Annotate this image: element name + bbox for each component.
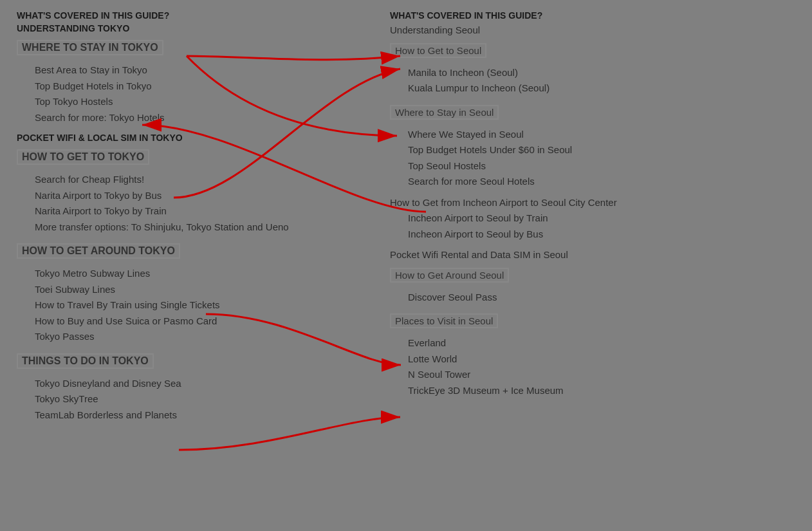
list-item[interactable]: Everland <box>408 336 795 351</box>
right-how-to-get-boxed[interactable]: How to Get to Seoul <box>390 43 486 58</box>
list-item[interactable]: Search for Cheap Flights! <box>35 172 377 187</box>
list-item[interactable]: Narita Airport to Tokyo by Train <box>35 204 377 219</box>
list-item[interactable]: Tokyo SkyTree <box>35 392 377 407</box>
left-understanding-tokyo: UNDERSTANDING TOKYO <box>17 23 377 33</box>
list-item[interactable]: Top Budget Hotels Under $60 in Seoul <box>408 143 795 158</box>
right-places-to-visit-boxed[interactable]: Places to Visit in Seoul <box>390 313 498 328</box>
list-item[interactable]: Top Tokyo Hostels <box>35 95 377 109</box>
list-item[interactable]: Search for more Seoul Hotels <box>408 174 795 189</box>
right-understanding-seoul: Understanding Seoul <box>390 23 795 38</box>
list-item[interactable]: How to Travel By Train using Single Tick… <box>35 298 377 313</box>
list-item[interactable]: Top Budget Hotels in Tokyo <box>35 79 377 94</box>
list-item[interactable]: Kuala Lumpur to Incheon (Seoul) <box>408 81 795 96</box>
list-item[interactable]: Best Area to Stay in Tokyo <box>35 63 377 78</box>
right-pocket-wifi: Pocket Wifi Rental and Data SIM in Seoul <box>390 248 795 263</box>
list-item[interactable]: Lotte World <box>408 352 795 367</box>
list-item[interactable]: Incheon Airport to Seoul by Bus <box>408 227 795 242</box>
list-item[interactable]: Top Seoul Hostels <box>408 159 795 174</box>
left-things-to-do-boxed[interactable]: THINGS TO DO IN TOKYO <box>17 353 154 369</box>
list-item[interactable]: Narita Airport to Tokyo by Bus <box>35 189 377 203</box>
right-incheon-item[interactable]: How to Get from Incheon Airport to Seoul… <box>390 196 795 210</box>
list-item[interactable]: Manila to Incheon (Seoul) <box>408 66 795 80</box>
right-whats-covered: WHAT'S COVERED IN THIS GUIDE? <box>390 10 795 21</box>
left-whats-covered: WHAT'S COVERED IN THIS GUIDE? <box>17 10 377 21</box>
list-item[interactable]: Discover Seoul Pass <box>408 290 795 305</box>
left-how-to-get-boxed[interactable]: HOW TO GET TO TOKYO <box>17 149 149 165</box>
list-item[interactable]: Tokyo Disneyland and Disney Sea <box>35 377 377 391</box>
list-item[interactable]: Tokyo Passes <box>35 330 377 344</box>
right-where-to-stay-boxed[interactable]: Where to Stay in Seoul <box>390 105 499 120</box>
list-item[interactable]: TrickEye 3D Museum + Ice Museum <box>408 384 795 398</box>
list-item[interactable]: Search for more: Tokyo Hotels <box>35 111 377 126</box>
list-item[interactable]: How to Buy and Use Suica or Pasmo Card <box>35 314 377 329</box>
left-pocket-wifi: POCKET WIFI & LOCAL SIM IN TOKYO <box>17 133 377 143</box>
left-how-to-get-around-boxed[interactable]: HOW TO GET AROUND TOKYO <box>17 243 180 259</box>
list-item[interactable]: Toei Subway Lines <box>35 283 377 297</box>
list-item[interactable]: Incheon Airport to Seoul by Train <box>408 211 795 226</box>
list-item[interactable]: Tokyo Metro Subway Lines <box>35 266 377 281</box>
left-where-to-stay-boxed[interactable]: WHERE TO STAY IN TOKYO <box>17 40 163 55</box>
list-item[interactable]: TeamLab Borderless and Planets <box>35 408 377 423</box>
list-item[interactable]: Where We Stayed in Seoul <box>408 127 795 142</box>
right-how-to-get-around-boxed[interactable]: How to Get Around Seoul <box>390 268 509 283</box>
list-item[interactable]: More transfer options: To Shinjuku, Toky… <box>35 220 377 235</box>
list-item[interactable]: N Seoul Tower <box>408 368 795 382</box>
